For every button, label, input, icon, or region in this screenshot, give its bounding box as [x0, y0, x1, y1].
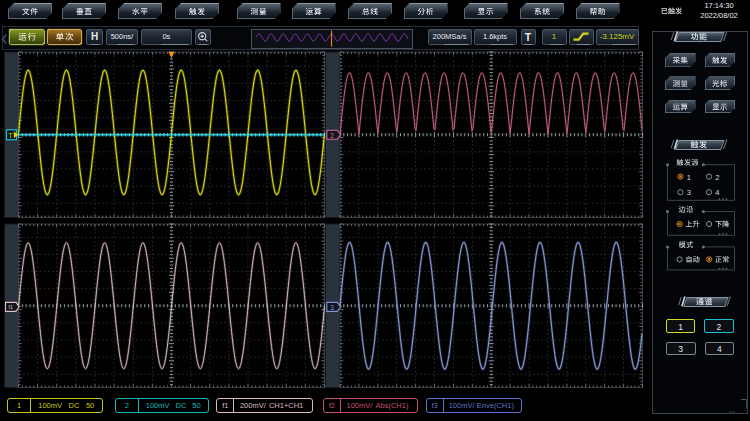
- svg-text:T: T: [8, 132, 13, 139]
- svg-text:2: 2: [330, 132, 334, 139]
- svg-text:f1: f1: [8, 304, 13, 310]
- svg-text:3: 3: [330, 304, 334, 311]
